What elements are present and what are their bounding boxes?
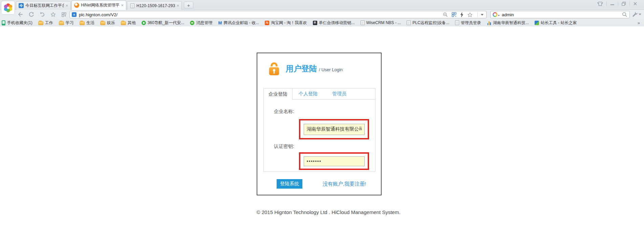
bookmark-folder-life[interactable]: 生活: [80, 20, 94, 26]
apps-grid-button[interactable]: [61, 12, 67, 17]
bookmark-folder-study[interactable]: 学习: [59, 20, 74, 26]
lightning-icon[interactable]: [460, 12, 464, 17]
address-dropdown-button[interactable]: [477, 13, 484, 17]
restore-icon: [622, 2, 626, 6]
bookmarks-bar: 手机收藏夹(1) 工作 学习 生活 娱乐 其他 360导航_新一代安... 消: [0, 19, 644, 26]
window-controls: [594, 1, 641, 6]
bookmark-label: 湖南华辰智通科技...: [493, 20, 529, 26]
minimize-button[interactable]: [607, 2, 618, 6]
tab-h120[interactable]: H120-1509-1617-2932-77 ×: [127, 1, 182, 10]
bookmark-folder-work[interactable]: 工作: [38, 20, 53, 26]
zoom-out-icon[interactable]: [443, 12, 448, 17]
chevron-down-icon: [481, 14, 484, 17]
folder-icon: [121, 21, 126, 25]
tab-close-icon[interactable]: ×: [176, 3, 179, 8]
bookmark-plc-monitor[interactable]: PLC远程监控|设备...: [407, 20, 449, 26]
auth-key-input[interactable]: [304, 156, 365, 166]
footer-copyright: © 2015 Hignton Technology Ltd . HiCloud …: [256, 209, 400, 215]
bookmark-wisecrm[interactable]: WiseCRM NBS - ...: [361, 20, 401, 25]
page-icon: [455, 20, 459, 25]
tab-title: HiNet网络系统管理平台: [81, 2, 120, 8]
bookmark-huachen[interactable]: 湖南华辰智通科技...: [487, 20, 529, 26]
close-icon: [633, 2, 637, 6]
tab-jinmubiao[interactable]: 今 今目标互联网工作平台 ×: [16, 1, 71, 10]
bookmark-folder-other[interactable]: 其他: [121, 20, 136, 26]
search-box[interactable]: admin: [490, 11, 630, 18]
register-link[interactable]: 没有账户,我要注册!: [323, 181, 366, 187]
refresh-button[interactable]: [29, 12, 34, 17]
page-icon: [361, 20, 365, 25]
bookmark-label: 娱乐: [107, 20, 115, 26]
bookmark-tencent-mail[interactable]: M 腾讯企业邮箱 - 收...: [218, 20, 259, 26]
tab-administrator[interactable]: 管理员: [324, 89, 355, 99]
bookmark-shanren[interactable]: 单 单仁合强移动营销...: [313, 20, 355, 26]
url-text[interactable]: plc.hignton.com/V2/: [79, 12, 443, 17]
bookmarks-overflow-button[interactable]: »: [638, 20, 640, 25]
page-icon: [407, 20, 411, 25]
login-tabs: 企业登陆 个人登陆 管理员: [264, 89, 375, 100]
tab-hinet-active[interactable]: HiNet网络系统管理平台 ×: [71, 0, 126, 10]
chart-icon: [487, 21, 491, 25]
search-icon[interactable]: [622, 12, 627, 17]
qr-code-icon[interactable]: [452, 12, 456, 17]
bookmark-label: 消息管理: [196, 20, 212, 26]
tshirt-icon: [597, 1, 603, 6]
bookmark-admin-login[interactable]: 管理员登录: [455, 20, 481, 26]
page-favicon-icon: [130, 3, 134, 8]
chinaz-icon: [535, 21, 539, 25]
enterprise-name-input[interactable]: [304, 124, 365, 135]
hinet-favicon-icon: [74, 3, 79, 8]
tab-personal-login[interactable]: 个人登陆: [293, 89, 324, 99]
chevron-down-icon: [639, 14, 641, 17]
phone-icon: [2, 20, 5, 25]
new-tab-button[interactable]: +: [184, 2, 193, 8]
bookmark-message-manage[interactable]: 消息管理: [190, 20, 212, 26]
navigation-bar: + plc.hignton.com/V2/ ad: [0, 10, 644, 19]
login-subtitle: / User Login: [319, 67, 343, 72]
enterprise-name-highlight: [299, 119, 369, 139]
bookmark-label: 腾讯企业邮箱 - 收...: [223, 20, 259, 26]
folder-icon: [59, 21, 64, 25]
bookmark-label: 生活: [86, 20, 94, 26]
favorites-star-button[interactable]: [50, 12, 56, 17]
auth-key-highlight: [299, 152, 369, 170]
tab-title: H120-1509-1617-2932-77: [136, 3, 175, 8]
bookmark-label: 360导航_新一代安...: [148, 20, 185, 26]
bookmark-label: 淘宝网 - 淘！我喜欢: [271, 20, 307, 26]
360-nav-icon: [142, 21, 146, 25]
mail-icon: M: [218, 21, 222, 25]
bookmark-folder-entertainment[interactable]: 娱乐: [100, 20, 115, 26]
theme-button[interactable]: [594, 1, 606, 6]
address-bar[interactable]: + plc.hignton.com/V2/: [69, 11, 487, 18]
undo-button[interactable]: [40, 12, 45, 17]
bookmark-label: 学习: [66, 20, 74, 26]
auth-key-label: 认证密钥:: [270, 143, 294, 150]
bookmark-label: PLC远程监控|设备...: [412, 20, 449, 26]
close-window-button[interactable]: [630, 2, 641, 6]
folder-icon: [100, 21, 105, 25]
search-engine-chevron-icon: [498, 15, 500, 17]
search-input[interactable]: admin: [502, 12, 622, 17]
bookmark-star-icon[interactable]: [467, 12, 473, 17]
bookmark-label: 单仁合强移动营销...: [319, 20, 355, 26]
login-title: 用户登陆: [286, 63, 317, 74]
restore-button[interactable]: [618, 2, 629, 6]
taobao-icon: 淘: [265, 21, 269, 25]
login-form-panel: 企业登陆 个人登陆 管理员 企业名称: 认证密钥:: [263, 88, 375, 172]
browser-logo[interactable]: [1, 1, 15, 15]
bookmark-taobao[interactable]: 淘 淘宝网 - 淘！我喜欢: [265, 20, 307, 26]
bookmark-phone-favorites[interactable]: 手机收藏夹(1): [2, 20, 33, 26]
back-button[interactable]: [18, 12, 23, 17]
jin-favicon-icon: 今: [19, 3, 24, 8]
tab-close-icon[interactable]: ×: [65, 3, 68, 8]
bookmark-chinaz[interactable]: 站长工具 - 站长之家: [535, 20, 577, 26]
login-submit-button[interactable]: 登陆系统: [277, 179, 302, 189]
tab-enterprise-login[interactable]: 企业登陆: [264, 89, 293, 100]
search-engine-icon[interactable]: [493, 12, 497, 17]
web-page-content: 用户登陆 / User Login 企业登陆 个人登陆 管理员 企业名称: 认证…: [0, 27, 644, 230]
bookmark-360-nav[interactable]: 360导航_新一代安...: [142, 20, 185, 26]
tab-close-icon[interactable]: ×: [121, 3, 124, 8]
lock-icon: [267, 61, 281, 76]
tools-menu-button[interactable]: [632, 12, 641, 17]
login-header: 用户登陆 / User Login: [267, 61, 343, 76]
